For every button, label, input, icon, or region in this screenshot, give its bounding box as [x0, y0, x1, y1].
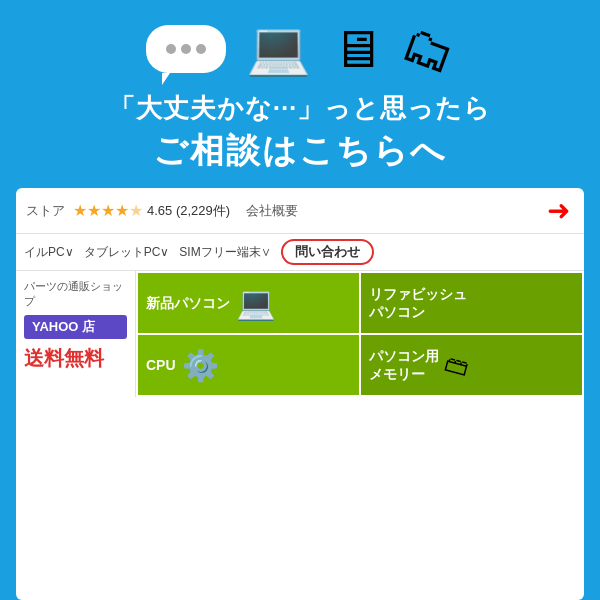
rating-text: 4.65 (2,229件)	[147, 202, 230, 220]
product-new-pc[interactable]: 新品パソコン 💻	[138, 273, 359, 333]
company-link[interactable]: 会社概要	[246, 202, 298, 220]
screenshot-area: ストア ★★★★★ 4.65 (2,229件) 会社概要 ➜ イルPC∨ タブレ…	[16, 188, 584, 600]
refab-label: リファビッシュパソコン	[369, 285, 467, 321]
nav-inquiry[interactable]: 問い合わせ	[281, 239, 374, 265]
yahoo-badge: YAHOO 店	[24, 315, 127, 339]
cpu-label: CPU	[146, 356, 176, 374]
product-cpu[interactable]: CPU ⚙️	[138, 335, 359, 395]
store-row: ストア ★★★★★ 4.65 (2,229件) 会社概要 ➜	[16, 188, 584, 234]
cpu-icon: ⚙️	[182, 348, 219, 383]
nav-mobile-pc[interactable]: イルPC∨	[24, 244, 74, 261]
nav-tablet-pc[interactable]: タブレットPC∨	[84, 244, 170, 261]
dot-3	[196, 44, 206, 54]
nav-row: イルPC∨ タブレットPC∨ SIMフリー端末∨ 問い合わせ	[16, 234, 584, 271]
headline-line1: 「大丈夫かな···」っと思ったら	[109, 91, 492, 126]
store-label: ストア	[26, 202, 65, 220]
left-sidebar: パーツの通販ショップ YAHOO 店 送料無料	[16, 271, 136, 397]
desktop-icon: 🖥	[331, 19, 383, 79]
new-pc-icon: 💻	[236, 284, 276, 322]
new-pc-label: 新品パソコン	[146, 294, 230, 312]
memory-label: パソコン用メモリー	[369, 347, 439, 383]
grid-section: パーツの通販ショップ YAHOO 店 送料無料 新品パソコン 💻 リファビッシュ…	[16, 271, 584, 397]
dot-1	[166, 44, 176, 54]
memory-icon: 🗂	[394, 11, 463, 85]
main-container: 💻 🖥 🗂 「大丈夫かな···」っと思ったら ご相談はこちらへ ストア ★★★★…	[0, 0, 600, 600]
product-grid: 新品パソコン 💻 リファビッシュパソコン CPU ⚙️ パソコン用メモリー 🗃	[136, 271, 584, 397]
laptop-icon: 💻	[246, 18, 311, 79]
headline-line2: ご相談はこちらへ	[153, 128, 447, 174]
shop-title: パーツの通販ショップ	[24, 279, 127, 309]
speech-dots	[166, 44, 206, 54]
speech-bubble	[146, 25, 226, 73]
icons-row: 💻 🖥 🗂	[146, 18, 455, 79]
memory-product-icon: 🗃	[442, 348, 472, 381]
star-rating: ★★★★★	[73, 201, 143, 220]
dot-2	[181, 44, 191, 54]
product-refab-pc[interactable]: リファビッシュパソコン	[361, 273, 582, 333]
nav-sim-free[interactable]: SIMフリー端末∨	[179, 244, 270, 261]
product-memory[interactable]: パソコン用メモリー 🗃	[361, 335, 582, 395]
red-arrow-icon: ➜	[547, 194, 570, 227]
free-shipping: 送料無料	[24, 345, 127, 372]
